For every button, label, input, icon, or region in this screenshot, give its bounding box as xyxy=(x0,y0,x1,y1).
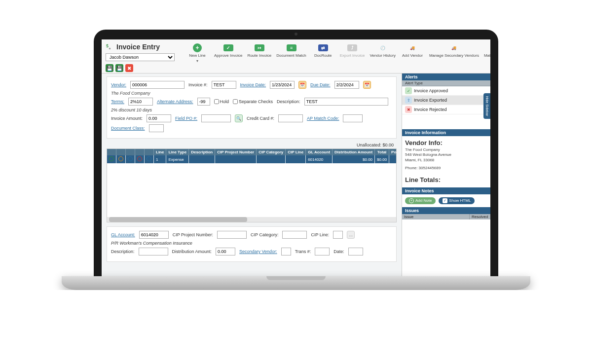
horizontal-scrollbar[interactable] xyxy=(107,217,396,222)
add-note-button[interactable]: + Add Note xyxy=(405,197,436,204)
remove-row-icon[interactable] xyxy=(137,156,142,161)
delete-icon[interactable]: ✖ xyxy=(125,64,133,72)
approve-invoice-button[interactable]: ✓ Approve Invoice xyxy=(212,42,244,64)
hold-checkbox[interactable]: Hold xyxy=(214,99,229,104)
ap-match-code-input[interactable] xyxy=(343,114,363,122)
alt-address-label[interactable]: Alternate Address: xyxy=(157,99,193,104)
save-icon[interactable]: 💾 xyxy=(106,64,113,72)
check-icon: ✓ xyxy=(223,44,233,51)
copy-row-icon[interactable] xyxy=(128,156,133,161)
detail-description-input[interactable] xyxy=(139,248,168,255)
detail-date-label: Date: xyxy=(333,249,344,254)
truck-icon: 🚚 xyxy=(407,43,418,52)
invoice-number-input[interactable] xyxy=(212,81,236,89)
grid-column-header[interactable] xyxy=(116,149,126,155)
separate-checks-checkbox[interactable]: Separate Checks xyxy=(233,99,273,104)
due-date-label[interactable]: Due Date: xyxy=(310,82,331,87)
secondary-vendor-input[interactable] xyxy=(281,248,291,255)
grid-column-header[interactable]: Distribution Amount xyxy=(333,149,375,155)
dist-amount-input[interactable] xyxy=(216,248,235,255)
cip-category-input[interactable] xyxy=(282,231,307,239)
route-invoice-button[interactable]: ↣ Route Invoice xyxy=(245,42,273,64)
gl-account-input[interactable] xyxy=(139,231,169,239)
cip-line-input[interactable] xyxy=(333,231,343,239)
document-class-input[interactable] xyxy=(149,124,164,132)
page-title: Invoice Entry xyxy=(116,43,160,51)
invoice-number-label: Invoice #: xyxy=(188,82,208,87)
gl-account-desc: P/R Workman's Compensation Insurance xyxy=(111,241,192,246)
grid-column-header[interactable]: Total xyxy=(375,149,389,155)
manage-secondary-vendors-button[interactable]: 🚚 Manage Secondary Vendors xyxy=(427,42,481,64)
add-vendor-button[interactable]: 🚚 Add Vendor xyxy=(399,42,426,64)
vendor-label[interactable]: Vendor: xyxy=(111,82,126,87)
cip-project-label: CIP Project Number: xyxy=(173,232,213,237)
invoice-date-input[interactable] xyxy=(270,81,295,89)
cip-line-lookup-icon[interactable]: … xyxy=(347,231,355,239)
vendor-info-name: The Food Company xyxy=(405,147,487,152)
field-po-label[interactable]: Field PO #: xyxy=(175,116,197,121)
vendor-info-title: Vendor Info: xyxy=(405,139,487,146)
invoice-date-label[interactable]: Invoice Date: xyxy=(240,82,266,87)
docroute-button[interactable]: ⇄ DocRoute xyxy=(309,42,337,64)
vendor-phone-label: Phone: xyxy=(405,166,417,170)
alt-address-input[interactable] xyxy=(197,98,210,106)
plus-icon: + xyxy=(193,43,202,52)
info-row-icon[interactable] xyxy=(147,156,151,161)
line-detail-panel: GL Account: CIP Project Number: CIP Cate… xyxy=(107,226,397,262)
due-date-input[interactable] xyxy=(334,81,359,89)
ap-match-code-label[interactable]: AP Match Code: xyxy=(307,116,339,121)
user-select[interactable]: Jacob Dawson xyxy=(106,53,175,61)
alert-row[interactable]: ✖ Invoice Rejected xyxy=(402,105,490,114)
table-row[interactable]: 1 Expense 6014020 $0.00 $0.00 $0.00 $0.0… xyxy=(107,155,397,163)
calendar-icon[interactable]: 📅 xyxy=(363,81,371,89)
edit-row-icon[interactable] xyxy=(118,156,123,161)
terms-description: 2% discount 10 days xyxy=(111,108,152,112)
lines-grid[interactable]: LineLine TypeDescriptionCIP Project Numb… xyxy=(107,148,397,222)
approved-icon: ✓ xyxy=(405,87,412,94)
grid-column-header[interactable] xyxy=(135,149,145,155)
alert-row[interactable]: ⇪ Invoice Exported xyxy=(402,96,490,105)
credit-card-input[interactable] xyxy=(278,114,303,122)
grid-column-header[interactable]: GL Account xyxy=(306,149,333,155)
alert-row[interactable]: ✓ Invoice Approved xyxy=(402,86,490,96)
grid-column-header[interactable] xyxy=(126,149,135,155)
gl-account-label[interactable]: GL Account: xyxy=(111,232,135,237)
vendor-history-button[interactable]: 🕘 Vendor History xyxy=(368,42,397,64)
shuffle-icon: ⇄ xyxy=(318,44,328,51)
calendar-icon[interactable]: 📅 xyxy=(298,81,306,89)
detail-date-input[interactable] xyxy=(348,248,363,255)
vendor-info-addr1: 548 West Bologna Avenue xyxy=(405,152,487,157)
cip-project-input[interactable] xyxy=(217,231,247,239)
description-label: Description: xyxy=(277,99,300,104)
chevron-down-icon: ▾ xyxy=(196,59,198,63)
show-html-button[interactable]: ✓ Show HTML xyxy=(439,197,475,204)
route-icon: ↣ xyxy=(255,44,264,51)
trans-number-input[interactable] xyxy=(315,248,330,255)
grid-column-header[interactable]: CIP Line xyxy=(286,149,306,155)
field-po-input[interactable] xyxy=(201,114,231,122)
grid-column-header[interactable]: CIP Category xyxy=(257,149,286,155)
lookup-icon[interactable]: 🔍 xyxy=(235,114,243,122)
vendor-input[interactable] xyxy=(130,81,185,89)
alert-type-column: Alert Type xyxy=(402,80,490,86)
secondary-vendor-label[interactable]: Secondary Vendor: xyxy=(239,249,277,254)
grid-column-header[interactable]: Positive Gross xyxy=(389,149,397,155)
document-class-label[interactable]: Document Class: xyxy=(111,126,145,131)
grid-column-header[interactable]: Line Type xyxy=(166,149,189,155)
terms-label[interactable]: Terms: xyxy=(111,99,124,104)
grid-column-header[interactable] xyxy=(145,149,154,155)
document-match-button[interactable]: ≡ Document Match xyxy=(274,42,308,64)
invoice-amount-input[interactable] xyxy=(147,114,171,122)
terms-input[interactable] xyxy=(128,98,153,106)
plus-icon: + xyxy=(409,198,414,203)
save-all-icon[interactable]: 💾 xyxy=(115,64,123,72)
add-row-icon[interactable] xyxy=(109,156,114,161)
description-input[interactable] xyxy=(304,98,388,106)
hide-sidebar-tab[interactable]: Hide Sidebar xyxy=(483,93,490,119)
match-receipts-button[interactable]: 🧾 Match Receipts xyxy=(482,42,490,64)
grid-column-header[interactable]: Description xyxy=(189,149,215,155)
grid-column-header[interactable]: Line xyxy=(154,149,166,155)
new-line-button[interactable]: + New Line ▾ xyxy=(184,42,211,64)
grid-column-header[interactable] xyxy=(107,149,116,155)
grid-column-header[interactable]: CIP Project Number xyxy=(215,149,257,155)
